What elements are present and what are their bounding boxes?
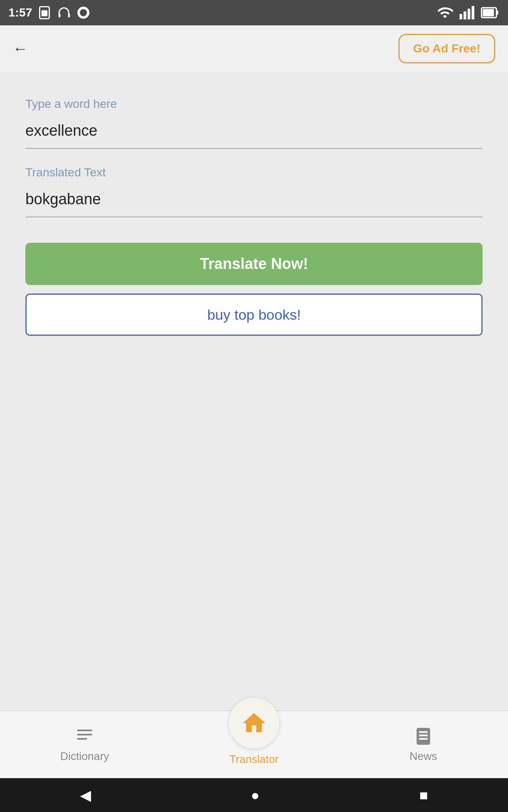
- svg-rect-6: [468, 9, 470, 19]
- svg-rect-7: [472, 6, 474, 19]
- word-input[interactable]: [25, 118, 483, 149]
- svg-rect-5: [464, 11, 466, 19]
- nav-item-translator[interactable]: Translator: [169, 723, 339, 766]
- input-label: Type a word here: [25, 97, 483, 111]
- dictionary-icon: [75, 726, 95, 746]
- translator-label: Translator: [229, 753, 279, 766]
- svg-rect-13: [77, 738, 87, 740]
- svg-rect-9: [483, 9, 494, 16]
- wifi-icon: [437, 5, 453, 21]
- main-content: Type a word here Translated Text Transla…: [0, 72, 508, 710]
- go-ad-free-button[interactable]: Go Ad Free!: [398, 34, 495, 63]
- top-bar: ← Go Ad Free!: [0, 25, 508, 72]
- recent-system-button[interactable]: ■: [420, 787, 428, 804]
- signal-icon: [459, 5, 475, 21]
- status-bar-left: 1:57: [8, 5, 91, 20]
- svg-rect-4: [460, 14, 462, 19]
- buy-books-button[interactable]: buy top books!: [25, 294, 483, 336]
- nav-item-dictionary[interactable]: Dictionary: [0, 726, 169, 763]
- back-system-button[interactable]: ◀: [80, 787, 91, 804]
- svg-rect-12: [77, 734, 92, 735]
- status-bar: 1:57: [0, 0, 508, 25]
- sim-icon: [37, 5, 52, 20]
- news-label: News: [409, 750, 437, 763]
- translated-label: Translated Text: [25, 166, 483, 179]
- home-system-button[interactable]: ●: [251, 787, 260, 804]
- system-bar: ◀ ● ■: [0, 778, 508, 812]
- time-display: 1:57: [8, 6, 32, 19]
- translate-now-button[interactable]: Translate Now!: [25, 243, 483, 285]
- nav-item-news[interactable]: News: [339, 726, 508, 763]
- svg-rect-10: [497, 11, 498, 15]
- dictionary-label: Dictionary: [60, 750, 109, 763]
- battery-icon: [481, 5, 500, 20]
- back-button[interactable]: ←: [13, 40, 28, 58]
- svg-rect-11: [77, 730, 92, 731]
- circle-icon: [76, 5, 91, 20]
- home-circle: [229, 698, 279, 749]
- home-icon: [240, 710, 268, 737]
- translated-output[interactable]: [25, 186, 483, 217]
- status-bar-right: [437, 5, 500, 21]
- buttons-section: Translate Now! buy top books!: [25, 243, 483, 336]
- svg-point-3: [80, 9, 87, 16]
- news-icon: [413, 726, 433, 746]
- svg-rect-1: [41, 10, 47, 16]
- headset-icon: [57, 5, 71, 20]
- bottom-nav: Dictionary Translator News: [0, 710, 508, 778]
